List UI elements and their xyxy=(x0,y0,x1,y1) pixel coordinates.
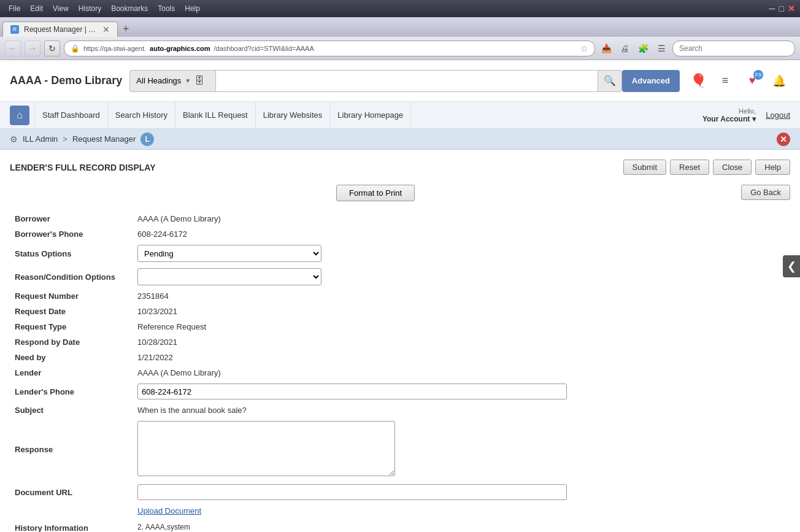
request-type-value: Reference Request xyxy=(133,319,790,334)
browser-tabbar: R Request Manager | STWI | aaaa ... ✕ + xyxy=(0,17,800,37)
table-row: Subject When is the annual book sale? xyxy=(10,403,790,418)
new-tab-btn[interactable]: + xyxy=(118,21,134,37)
response-label: Response xyxy=(10,418,133,481)
dropdown-chevron-icon: ▼ xyxy=(185,77,191,84)
advanced-button[interactable]: Advanced xyxy=(622,70,680,92)
menu-history[interactable]: History xyxy=(75,3,105,14)
search-container: All Headings ▼ 🗄 🔍 Advanced xyxy=(129,70,680,92)
main-content: LENDER'S FULL RECORD DISPLAY Submit Rese… xyxy=(0,150,800,532)
upload-document-link[interactable]: Upload Document xyxy=(137,506,201,515)
bell-icon[interactable]: 🔔 xyxy=(768,70,790,92)
browser-menu[interactable]: File Edit View History Bookmarks Tools H… xyxy=(5,3,204,14)
borrowers-phone-value: 608-224-6172 xyxy=(133,226,790,242)
hot-air-balloon-icon[interactable]: 🎈 xyxy=(687,70,709,92)
nav-account: Hello, Your Account ▾ xyxy=(702,107,756,123)
menu-file[interactable]: File xyxy=(5,3,24,14)
need-by-label: Need by xyxy=(10,350,133,365)
breadcrumb-admin-icon: ⚙ xyxy=(10,134,18,144)
reason-select[interactable] xyxy=(137,268,321,285)
address-domain: auto-graphics.com xyxy=(150,45,210,52)
library-websites-link[interactable]: Library Websites xyxy=(256,102,331,129)
app-logo: AAAA - Demo Library xyxy=(10,74,122,87)
window-close[interactable]: ✕ xyxy=(788,4,795,13)
subject-label: Subject xyxy=(10,403,133,418)
format-to-print-btn[interactable]: Format to Print xyxy=(336,185,415,201)
search-dropdown-label: All Headings xyxy=(136,76,181,85)
heart-badge: F9 xyxy=(753,70,763,80)
lender-label: Lender xyxy=(10,365,133,380)
submit-btn[interactable]: Submit xyxy=(623,160,666,175)
close-btn[interactable]: Close xyxy=(713,160,752,175)
list-icon[interactable]: ≡ xyxy=(714,70,736,92)
menu-edit[interactable]: Edit xyxy=(26,3,47,14)
address-bar[interactable]: 🔒 https://qa-stwi-agent.auto-graphics.co… xyxy=(64,40,595,56)
help-btn[interactable]: Help xyxy=(755,160,790,175)
go-back-btn[interactable]: Go Back xyxy=(741,185,790,200)
form-table: Borrower AAAA (A Demo Library) Borrower'… xyxy=(10,211,790,532)
staff-dashboard-link[interactable]: Staff Dashboard xyxy=(34,102,108,129)
app-header: AAAA - Demo Library All Headings ▼ 🗄 🔍 A… xyxy=(0,60,800,102)
borrowers-phone-label: Borrower's Phone xyxy=(10,226,133,242)
breadcrumb-badge: L xyxy=(140,133,154,146)
table-row: Respond by Date 10/28/2021 xyxy=(10,334,790,350)
active-tab[interactable]: R Request Manager | STWI | aaaa ... ✕ xyxy=(2,21,118,37)
search-history-link[interactable]: Search History xyxy=(108,102,175,129)
window-maximize[interactable]: □ xyxy=(779,4,784,13)
request-date-label: Request Date xyxy=(10,304,133,319)
response-textarea[interactable] xyxy=(137,421,395,476)
side-arrow-btn[interactable]: ❮ xyxy=(783,255,800,277)
lenders-phone-input[interactable] xyxy=(137,384,567,399)
reset-btn[interactable]: Reset xyxy=(670,160,709,175)
respond-by-label: Respond by Date xyxy=(10,334,133,350)
pocket-icon[interactable]: 📥 xyxy=(599,41,613,56)
table-row: Response xyxy=(10,418,790,481)
search-dropdown[interactable]: All Headings ▼ 🗄 xyxy=(129,70,215,92)
nav-bar: ⌂ Staff Dashboard Search History Blank I… xyxy=(0,102,800,129)
forward-btn[interactable]: → xyxy=(25,40,40,56)
table-row: Lender's Phone xyxy=(10,380,790,403)
print-icon[interactable]: 🖨 xyxy=(617,41,632,56)
breadcrumb-path1[interactable]: ILL Admin xyxy=(23,134,58,144)
record-header: LENDER'S FULL RECORD DISPLAY Submit Rese… xyxy=(10,160,790,175)
menu-icon[interactable]: ☰ xyxy=(654,41,669,56)
logout-btn[interactable]: Logout xyxy=(766,110,790,120)
search-input[interactable] xyxy=(215,70,598,92)
account-chevron-icon: ▾ xyxy=(752,115,756,123)
table-row: Lender AAAA (A Demo Library) xyxy=(10,365,790,380)
menu-tools[interactable]: Tools xyxy=(154,3,179,14)
tab-title: Request Manager | STWI | aaaa ... xyxy=(24,25,98,34)
request-date-value: 10/23/2021 xyxy=(133,304,790,319)
back-btn[interactable]: ← xyxy=(5,40,21,56)
bookmark-star-icon[interactable]: ☆ xyxy=(580,44,588,53)
record-actions: Submit Reset Close Help xyxy=(623,160,790,175)
table-row: Upload Document xyxy=(10,503,790,519)
search-button[interactable]: 🔍 xyxy=(598,70,622,92)
subject-value: When is the annual book sale? xyxy=(133,403,790,418)
table-row: Borrower AAAA (A Demo Library) xyxy=(10,211,790,226)
menu-help[interactable]: Help xyxy=(181,3,204,14)
table-row: Reason/Condition Options xyxy=(10,265,790,288)
tab-close-btn[interactable]: ✕ xyxy=(102,25,110,34)
record-title: LENDER'S FULL RECORD DISPLAY xyxy=(10,163,155,172)
request-number-label: Request Number xyxy=(10,288,133,304)
history-label: History Information xyxy=(10,519,133,532)
heart-icon[interactable]: ♥ F9 xyxy=(741,70,763,92)
home-nav-btn[interactable]: ⌂ xyxy=(10,106,29,125)
refresh-btn[interactable]: ↻ xyxy=(44,40,60,56)
extension-icon[interactable]: 🧩 xyxy=(636,41,650,56)
window-minimize[interactable]: ─ xyxy=(769,4,775,13)
document-url-input[interactable] xyxy=(137,484,567,500)
status-select[interactable]: Pending Approved Denied Cancelled xyxy=(137,245,321,262)
your-account-link[interactable]: Your Account ▾ xyxy=(702,115,756,123)
menu-bookmarks[interactable]: Bookmarks xyxy=(107,3,152,14)
menu-view[interactable]: View xyxy=(49,3,72,14)
header-icons: 🎈 ≡ ♥ F9 🔔 xyxy=(687,70,790,92)
browser-search-input[interactable] xyxy=(672,40,795,56)
breadcrumb-path2[interactable]: Request Manager xyxy=(72,134,136,144)
library-homepage-link[interactable]: Library Homepage xyxy=(330,102,411,129)
blank-ill-link[interactable]: Blank ILL Request xyxy=(175,102,256,129)
breadcrumb-close-btn[interactable]: ✕ xyxy=(777,133,790,146)
need-by-value: 1/21/2022 xyxy=(133,350,790,365)
table-row: Request Date 10/23/2021 xyxy=(10,304,790,319)
address-prefix: https://qa-stwi-agent. xyxy=(83,45,146,52)
